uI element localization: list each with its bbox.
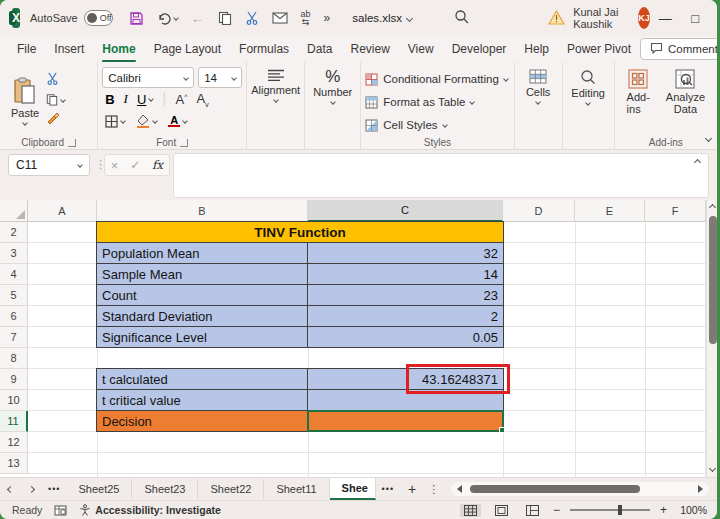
comments-button[interactable]: Comments — [640, 38, 717, 60]
horizontal-scroll-thumb[interactable] — [470, 485, 640, 493]
row-header-2[interactable]: 2 — [0, 222, 28, 243]
cut-button[interactable] — [46, 71, 65, 89]
cut-icon[interactable] — [245, 11, 259, 25]
sheet-menu-icon[interactable]: ⋮ — [424, 483, 443, 496]
cell-c3[interactable]: 32 — [307, 242, 504, 264]
sheet-tab-sheet22[interactable]: Sheet22 — [198, 479, 264, 499]
tab-insert[interactable]: Insert — [45, 38, 93, 60]
qat-overflow-icon[interactable]: » — [324, 11, 331, 25]
formula-input[interactable] — [173, 153, 709, 198]
find-replace-icon[interactable]: ab⇆ — [301, 10, 311, 26]
maximize-button[interactable]: □ — [680, 0, 710, 36]
cell-b3[interactable]: Population Mean — [96, 242, 308, 264]
vertical-scrollbar[interactable] — [706, 200, 717, 477]
cell-b5[interactable]: Count — [96, 284, 308, 306]
sheet-tab-active[interactable]: Shee — [330, 478, 376, 500]
cell-b11[interactable]: Decision — [96, 410, 308, 432]
cell-b4[interactable]: Sample Mean — [96, 263, 308, 285]
page-break-view-button[interactable] — [522, 504, 543, 517]
copy-icon[interactable] — [218, 11, 232, 25]
horizontal-scrollbar[interactable] — [451, 482, 709, 496]
cell-c7[interactable]: 0.05 — [307, 326, 504, 348]
cancel-formula-icon[interactable]: × — [111, 158, 119, 173]
row-header-9[interactable]: 9 — [0, 369, 28, 390]
zoom-level[interactable]: 100% — [677, 504, 707, 516]
tab-page-layout[interactable]: Page Layout — [145, 38, 230, 60]
sheet-tab-sheet11[interactable]: Sheet11 — [264, 479, 329, 499]
paste-button[interactable]: Paste — [4, 67, 46, 135]
user-avatar[interactable]: KJ — [638, 7, 650, 29]
scroll-down-icon[interactable] — [709, 465, 716, 472]
select-all-corner[interactable] — [0, 200, 28, 222]
tab-power-pivot[interactable]: Power Pivot — [558, 38, 640, 60]
accessibility-status[interactable]: Accessibility: Investigate — [79, 504, 220, 516]
tab-developer[interactable]: Developer — [443, 38, 516, 60]
new-sheet-button[interactable]: + — [400, 481, 424, 497]
name-box[interactable]: C11 — [8, 154, 90, 176]
fill-handle[interactable] — [499, 427, 505, 433]
cell-c4[interactable]: 14 — [307, 263, 504, 285]
warning-icon[interactable] — [548, 10, 565, 27]
row-header-6[interactable]: 6 — [0, 306, 28, 327]
search-icon[interactable] — [454, 9, 470, 27]
macro-record-icon[interactable] — [54, 505, 67, 516]
page-layout-view-button[interactable] — [491, 504, 512, 517]
row-header-8[interactable]: 8 — [0, 348, 28, 369]
email-icon[interactable] — [272, 12, 288, 24]
column-header-e[interactable]: E — [575, 200, 645, 222]
font-dialog-launcher-icon[interactable] — [180, 139, 188, 147]
row-header-4[interactable]: 4 — [0, 264, 28, 285]
tab-review[interactable]: Review — [341, 38, 398, 60]
sheet-tab-sheet25[interactable]: Sheet25 — [66, 479, 132, 499]
zoom-in-button[interactable]: + — [660, 503, 667, 517]
sheet-nav-left-icon[interactable] — [0, 487, 21, 492]
conditional-formatting-button[interactable]: Conditional Formatting — [365, 69, 509, 89]
save-icon[interactable] — [129, 11, 144, 26]
sheet-tab-sheet23[interactable]: Sheet23 — [132, 479, 198, 499]
scroll-up-icon[interactable] — [709, 204, 716, 211]
cell-b9[interactable]: t calculated — [96, 368, 308, 390]
row-header-10[interactable]: 10 — [0, 390, 28, 411]
font-size-select[interactable]: 14 — [198, 67, 242, 88]
cell-b2-title[interactable]: TINV Function — [96, 221, 504, 243]
undo-button[interactable] — [157, 12, 178, 25]
alignment-button[interactable]: Alignment — [243, 67, 308, 135]
hscroll-left-icon[interactable] — [457, 485, 462, 493]
paste-dropdown-icon[interactable] — [22, 120, 28, 126]
addins-button[interactable]: Add-ins — [619, 67, 658, 135]
editing-button[interactable]: Editing — [563, 67, 613, 135]
cells-button[interactable]: Cells — [518, 67, 558, 135]
row-header-12[interactable]: 12 — [0, 432, 28, 453]
tab-file[interactable]: File — [8, 38, 45, 60]
collapse-formula-bar-icon[interactable] — [694, 159, 701, 166]
sheet-nav-right-icon[interactable] — [21, 487, 42, 492]
document-title[interactable]: sales.xlsx — [352, 12, 412, 24]
tab-home[interactable]: Home — [93, 38, 144, 60]
enter-formula-icon[interactable]: ✓ — [130, 158, 140, 172]
number-button[interactable]: % Number — [305, 67, 360, 135]
format-painter-button[interactable] — [46, 110, 65, 128]
zoom-out-button[interactable]: − — [553, 503, 560, 517]
tab-view[interactable]: View — [399, 38, 443, 60]
row-header-5[interactable]: 5 — [0, 285, 28, 306]
cell-c5[interactable]: 23 — [307, 284, 504, 306]
font-name-select[interactable]: Calibri — [102, 67, 194, 88]
format-as-table-button[interactable]: Format as Table — [365, 92, 509, 112]
font-color-button[interactable]: A — [168, 115, 187, 128]
clipboard-dialog-launcher-icon[interactable] — [68, 139, 76, 147]
insert-function-icon[interactable]: fx — [152, 158, 163, 172]
zoom-slider-thumb[interactable] — [618, 505, 622, 515]
bold-button[interactable]: B — [105, 92, 114, 107]
cell-b7[interactable]: Significance Level — [96, 326, 308, 348]
cell-styles-button[interactable]: Cell Styles — [365, 115, 509, 135]
tab-data[interactable]: Data — [298, 38, 341, 60]
minimize-button[interactable]: — — [650, 0, 680, 36]
row-header-13[interactable]: 13 — [0, 453, 28, 474]
row-header-7[interactable]: 7 — [0, 327, 28, 348]
tab-formulas[interactable]: Formulas — [230, 38, 298, 60]
row-header-11[interactable]: 11 — [0, 411, 28, 432]
cell-b6[interactable]: Standard Deviation — [96, 305, 308, 327]
excel-app-icon[interactable]: X — [12, 8, 20, 28]
column-header-a[interactable]: A — [28, 200, 97, 222]
column-header-c[interactable]: C — [308, 200, 503, 222]
